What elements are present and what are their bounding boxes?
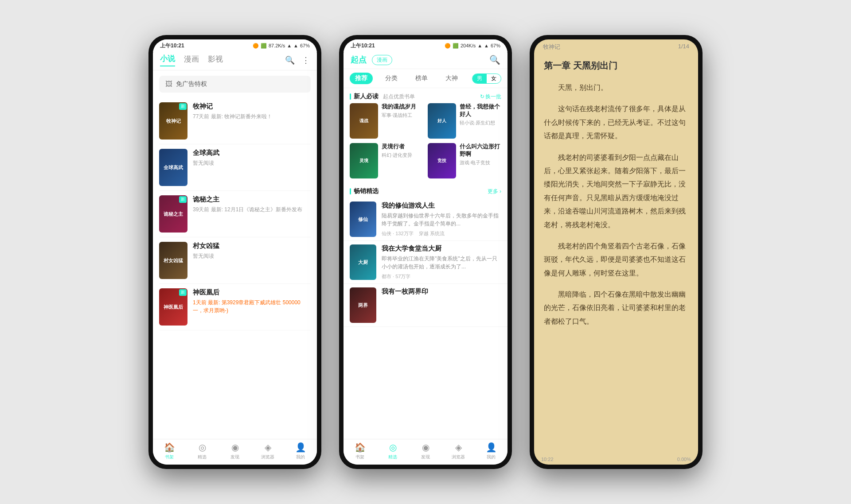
tab-manga[interactable]: 漫画	[184, 54, 199, 66]
time-1: 上午10:21	[160, 42, 184, 50]
app-icon-2: 🟩	[261, 43, 267, 49]
refresh-label: 换一批	[485, 93, 501, 101]
qidian-logo: 起点	[351, 54, 367, 65]
filter-tabs: 推荐 分类 榜单 大神 男 女	[344, 69, 507, 88]
mustread-book-title-2: 灵境行者	[382, 143, 423, 151]
bottom-nav2-bookshelf[interactable]: 🏠 书架	[344, 442, 376, 460]
list-item[interactable]: 神医凰后 新 神医凰后 1天前 最新: 第3929章君殿下威武雄壮 500000…	[159, 284, 311, 330]
qidian-search-icon[interactable]: 🔍	[489, 54, 500, 65]
mustread-item-0[interactable]: 谍战 我的谍战岁月 军事·谍战特工	[350, 103, 423, 139]
section-bar	[350, 93, 351, 100]
mustread-item-1[interactable]: 好人 曾经，我想做个好人 轻小说·原生幻想	[428, 103, 501, 139]
mustread-cover-3: 竞技	[428, 143, 456, 178]
mustread-info-0: 我的谍战岁月 军事·谍战特工	[382, 103, 423, 119]
new-badge-0: 新	[179, 103, 187, 110]
refresh-icon: ↻	[480, 93, 484, 100]
wifi-icon-2: ▲	[484, 43, 489, 48]
mustread-item-3[interactable]: 竞技 什么叫六边形打野啊 游戏·电子竞技	[428, 143, 501, 178]
bestseller-item-2[interactable]: 两界 我有一枚两界印	[344, 284, 507, 327]
browser-label: 浏览器	[261, 454, 274, 460]
list-item[interactable]: 诡秘之主 新 诡秘之主 39天前 最新: 12月1日《诡秘之主》新番外发布	[159, 191, 311, 237]
bestseller-info-2: 我有一枚两界印	[382, 287, 501, 323]
filter-tab-master[interactable]: 大神	[440, 73, 463, 84]
bestseller-item-1[interactable]: 大厨 我在大学食堂当大厨 即将毕业的江渔在天降"美食系统"之后，先从一只小小的灌…	[344, 241, 507, 284]
chevron-right-icon: ›	[500, 188, 501, 194]
filter-tab-recommend[interactable]: 推荐	[350, 73, 373, 84]
bottom-nav2-browser[interactable]: ◈ 浏览器	[442, 442, 475, 460]
book-desc-3: 暂无阅读	[193, 252, 311, 260]
discover-label: 发现	[230, 454, 239, 460]
mustread-genre-3: 游戏·电子竞技	[460, 159, 501, 166]
signal-icon-2: ▲	[477, 43, 482, 48]
para-1: 这句话在残老村流传了很多年，具体是从什么时候传下来的，已经无从考证。不过这句话都…	[544, 102, 688, 143]
mustread-item-2[interactable]: 灵境 灵境行者 科幻·进化变异	[350, 143, 423, 178]
book-desc-0: 77天前 最新: 牧神记新番外来啦！	[193, 112, 311, 120]
para-3: 残老村的四个角竖着四个古老石像，石像斑驳，年代久远，即便是司婆婆也不知道这石像是…	[544, 240, 688, 280]
qidian-tags: 漫画	[372, 55, 392, 65]
mustread-info-2: 灵境行者 科幻·进化变异	[382, 143, 423, 159]
refresh-btn[interactable]: ↻ 换一批	[480, 93, 501, 101]
reader-paragraph-3: 残老村的四个角竖着四个古老石像，石像斑驳，年代久远，即便是司婆婆也不知道这石像是…	[544, 240, 688, 280]
bestseller-header: 畅销精选 更多 ›	[344, 183, 507, 198]
new-badge-2: 新	[179, 196, 187, 203]
cover-img-3: 村女凶猛	[159, 242, 187, 279]
filter-tab-ranking[interactable]: 榜单	[410, 73, 433, 84]
tab-video[interactable]: 影视	[208, 54, 223, 66]
bottom-nav-bookshelf[interactable]: 🏠 书架	[153, 442, 186, 460]
more-icon-1[interactable]: ⋮	[302, 55, 310, 65]
para-0: 天黑，别出门。	[544, 81, 688, 94]
mustread-grid: 谍战 我的谍战岁月 军事·谍战特工 好人 曾经，我想做个好人 轻小说·原生幻想 …	[344, 103, 507, 183]
book-title-4: 神医凰后	[193, 288, 311, 297]
more-label: 更多	[488, 188, 498, 194]
bottom-nav2-profile[interactable]: 👤 我的	[475, 442, 507, 460]
search-icon-1[interactable]: 🔍	[285, 55, 295, 65]
bottom-nav-browser[interactable]: ◈ 浏览器	[251, 442, 284, 460]
book-cover-1: 全球高武	[159, 149, 187, 186]
bottom-nav-discover[interactable]: ◉ 发现	[219, 442, 251, 460]
bottom-nav-featured[interactable]: ◎ 精选	[186, 442, 219, 460]
new-badge-4: 新	[179, 289, 187, 296]
mustread-header: 新人必读 起点优质书单 ↻ 换一批	[344, 88, 507, 103]
app-icon-4: 🟩	[453, 43, 459, 49]
book-title-2: 诡秘之主	[193, 195, 311, 204]
battery-1: 67%	[300, 43, 310, 48]
reader-footer: 10:22 0.00%	[534, 454, 698, 465]
bestseller-meta-0: 仙侠 · 132万字 穿越 系统流	[382, 230, 501, 237]
book-title-0: 牧神记	[193, 102, 311, 111]
reader-content[interactable]: 第一章 天黑别出门 天黑，别出门。 这句话在残老村流传了很多年，具体是从什么时候…	[534, 54, 698, 454]
tab-novel[interactable]: 小说	[160, 54, 175, 66]
book-title-3: 村女凶猛	[193, 242, 311, 250]
bestseller-cover-1: 大厨	[350, 244, 376, 280]
bookshelf-label-2: 书架	[355, 454, 364, 460]
bottom-nav2-discover[interactable]: ◉ 发现	[409, 442, 442, 460]
genre-0: 仙侠	[382, 231, 391, 236]
filter-tab-category[interactable]: 分类	[380, 73, 403, 84]
manga-btn[interactable]: 漫画	[372, 55, 392, 65]
featured-icon-2: ◎	[389, 442, 397, 453]
book-info-3: 村女凶猛 暂无阅读	[193, 242, 311, 260]
phone-3: 牧神记 1/14 第一章 天黑别出门 天黑，别出门。 这句话在残老村流传了很多年…	[530, 35, 703, 469]
gender-female[interactable]: 女	[487, 74, 501, 83]
bestseller-item-0[interactable]: 修仙 我的修仙游戏人生 陆易穿越到修仙世界十六年后，失散多年的金手指终于觉醒了。…	[344, 198, 507, 241]
phone-1-screen: 上午10:21 🟠 🟩 87.2K/s ▲ ▲ 67% 小说 漫画 影视 🔍 ⋮	[153, 39, 317, 465]
app-icon-1: 🟠	[253, 43, 259, 49]
time-2: 上午10:21	[351, 42, 375, 50]
section-bar-2	[350, 188, 351, 194]
bottom-nav-1: 🏠 书架 ◎ 精选 ◉ 发现 ◈ 浏览器 👤 我的	[153, 439, 317, 465]
list-item[interactable]: 村女凶猛 村女凶猛 暂无阅读	[159, 237, 311, 284]
battery-2: 67%	[491, 43, 500, 48]
ad-banner[interactable]: 🖼 免广告特权	[159, 76, 311, 93]
signal-icon: ▲	[287, 43, 292, 48]
wordcount-0: 132万字	[395, 231, 413, 236]
more-link[interactable]: 更多 ›	[488, 188, 501, 195]
profile-icon-2: 👤	[486, 442, 497, 453]
cover-img-1: 全球高武	[159, 149, 187, 186]
list-item[interactable]: 全球高武 全球高武 暂无阅读	[159, 144, 311, 191]
gender-male[interactable]: 男	[472, 74, 487, 83]
bottom-nav-profile[interactable]: 👤 我的	[284, 442, 317, 460]
discover-label-2: 发现	[421, 454, 430, 460]
bottom-nav2-featured[interactable]: ◎ 精选	[376, 442, 409, 460]
list-item[interactable]: 牧神记 新 牧神记 77天前 最新: 牧神记新番外来啦！	[159, 98, 311, 144]
bottom-nav-2: 🏠 书架 ◎ 精选 ◉ 发现 ◈ 浏览器 👤 我的	[344, 439, 507, 465]
profile-icon: 👤	[295, 442, 306, 453]
